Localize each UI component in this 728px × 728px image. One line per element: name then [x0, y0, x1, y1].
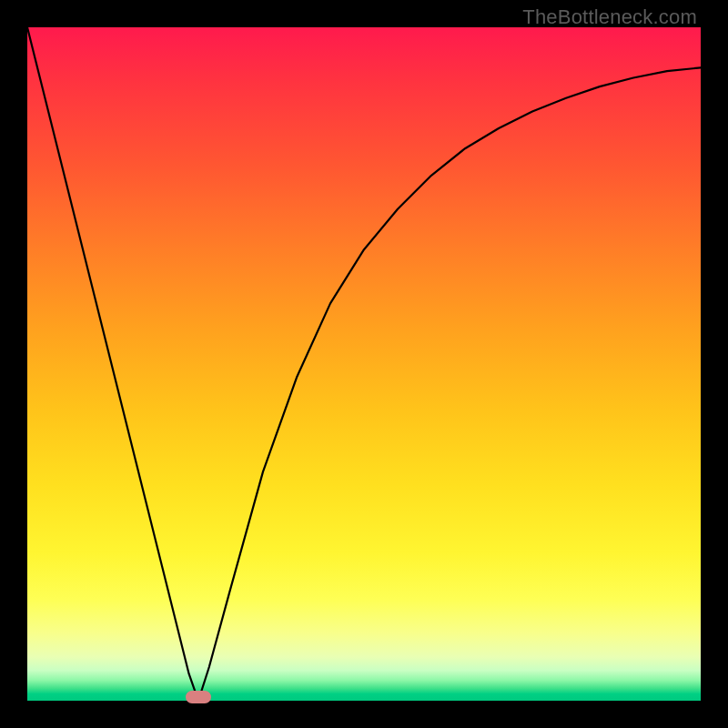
curve-svg — [27, 27, 701, 701]
plot-area — [27, 27, 701, 701]
watermark-text: TheBottleneck.com — [522, 5, 697, 29]
minimum-marker — [186, 691, 211, 703]
chart-frame: TheBottleneck.com — [0, 0, 728, 728]
bottleneck-curve — [27, 27, 701, 701]
